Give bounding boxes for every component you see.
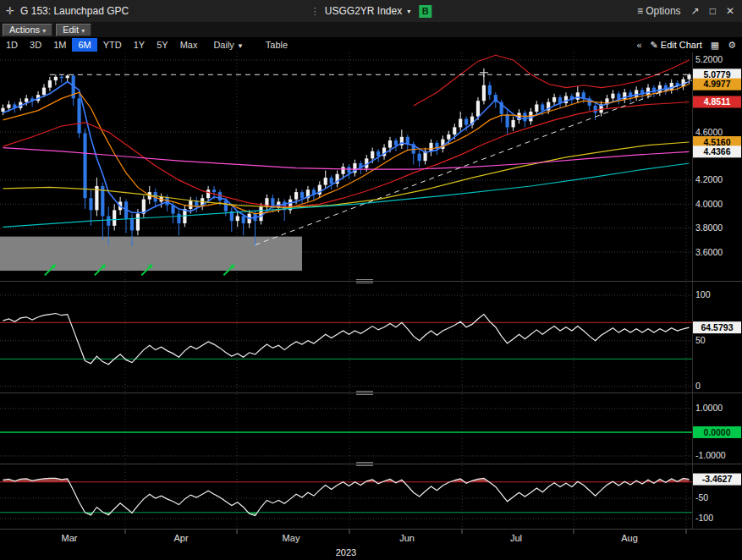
annotation-zone [0,237,302,276]
menu-edit-button[interactable]: Edit ▾ [56,24,91,36]
window-title: G 153: Launchpad GPC [20,5,129,17]
chart-toolbar: 1D3D1M6MYTD1Y5YMax Daily ▼ Table « ✎ Edi… [0,37,742,52]
titlebar: ✛ G 153: Launchpad GPC ⋮ USGG2YR Index ▾… [0,0,742,23]
x-axis: MarAprMayJunJulAug2023 [0,530,742,558]
frequency-dropdown[interactable]: Daily ▼ [208,38,248,52]
menu-actions-button[interactable]: Actions ▾ [3,24,52,36]
overlay-ma-yellow [3,142,690,208]
x-axis-month-label: May [283,533,300,543]
options-button[interactable]: ≡ Options [637,5,681,17]
overlay-ma-magenta [3,148,690,170]
range-1d-button[interactable]: 1D [0,38,24,52]
grid-icon[interactable]: ▦ [711,40,719,51]
collapse-panel-icon[interactable]: « [636,40,641,50]
range-6m-button[interactable]: 6M [72,38,96,52]
x-axis-year-label: 2023 [336,547,356,557]
move-window-icon[interactable]: ✛ [6,5,14,17]
main-price-axis-drag[interactable] [692,52,742,279]
spread-axis-drag[interactable] [692,395,742,462]
edit-chart-button[interactable]: ✎ Edit Chart [651,40,702,51]
rsi-axis-drag[interactable] [692,283,742,391]
panel-resize-handle[interactable] [356,463,373,466]
x-axis-month-label: Jul [510,533,522,543]
overlay-ma-cyan [3,163,690,227]
popout-button[interactable]: ↗ [691,5,700,17]
panel-dividers [0,280,742,466]
x-axis-month-label: Apr [173,533,188,543]
range-5y-button[interactable]: 5Y [151,38,173,52]
x-axis-month-label: Jun [399,533,415,543]
bloomberg-badge: B [419,5,431,18]
table-button[interactable]: Table [261,38,293,52]
x-axis-month-label: Mar [62,533,78,543]
close-button[interactable]: ✕ [726,5,734,17]
grip-icon: ⋮ [311,6,320,17]
menu-icon: ≡ [637,5,643,17]
range-1m-button[interactable]: 1M [47,38,72,52]
range-1y-button[interactable]: 1Y [128,38,151,52]
panel-resize-handle[interactable] [356,392,373,395]
chevron-down-icon: ▼ [237,42,244,50]
settings-gear-icon[interactable]: ⚙ [728,40,736,51]
range-buttons: 1D3D1M6MYTD1Y5YMax [0,38,203,52]
chart-area[interactable]: 5.20004.60004.20004.00003.80003.60005.07… [0,52,742,560]
oscillator-panel: -50-100-3.4627 [0,466,742,529]
overlay-ma-orange [3,84,690,213]
chevron-down-icon: ▾ [407,8,410,15]
rsi-panel: 10050064.5793 [0,283,742,391]
osc-axis-drag[interactable] [692,466,742,529]
range-3d-button[interactable]: 3D [24,38,47,52]
range-ytd-button[interactable]: YTD [97,38,128,52]
menubar: Actions ▾Edit ▾ [0,22,742,37]
price-chart-svg: 5.20004.60004.20004.00003.80003.60005.07… [0,52,742,560]
overlay-ma-blue [3,82,690,219]
pencil-icon: ✎ [651,40,658,50]
security-selector[interactable]: ⋮ USGG2YR Index ▾ B [311,5,431,18]
range-max-button[interactable]: Max [174,38,204,52]
security-name: USGG2YR Index [325,5,402,17]
gridlines [0,52,693,529]
maximize-button[interactable]: □ [710,5,716,17]
support-trendline [256,80,692,244]
main-price-axis: 5.20004.60004.20004.00003.80003.60005.07… [692,52,742,279]
spread-panel: 1.0000-1.00000.0000 [0,395,742,462]
x-axis-month-label: Aug [621,533,638,543]
panel-resize-handle[interactable] [356,280,373,283]
